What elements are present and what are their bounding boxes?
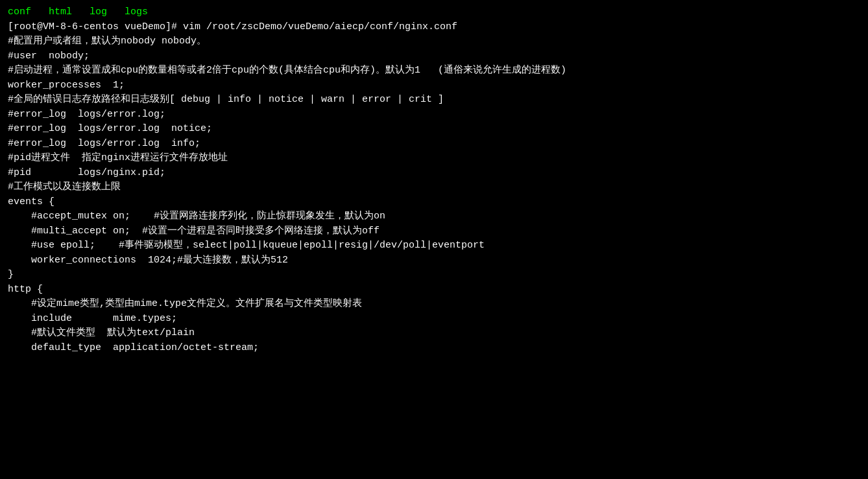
terminal-line-20: #use epoll; #事件驱动模型，select|poll|kqueue|e…	[8, 239, 860, 253]
terminal-line-25: http {	[8, 283, 860, 298]
terminal-line-27: include mime.types;	[8, 312, 860, 327]
terminal-line-5: #启动进程，通常设置成和cpu的数量相等或者2倍于cpu的个数(具体结合cpu和…	[8, 64, 860, 78]
terminal-line-2: #配置用户或者组，默认为nobody nobody。	[8, 34, 860, 49]
terminal-line-11: #error_log logs/error.log info;	[8, 137, 860, 152]
terminal-line-6: worker_processes 1;	[8, 78, 860, 93]
terminal-line-18: #accept_mutex on; #设置网路连接序列化，防止惊群现象发生，默认…	[8, 209, 860, 224]
terminal-line-10: #error_log logs/error.log notice;	[8, 122, 860, 137]
terminal-content: conf html log logs[root@VM-8-6-centos vu…	[8, 5, 860, 355]
terminal-line-28: #默认文件类型 默认为text/plain	[8, 326, 860, 341]
terminal-line-1: [root@VM-8-6-centos vueDemo]# vim /root/…	[8, 20, 860, 35]
terminal-line-17: events {	[8, 195, 860, 210]
terminal-line-19: #multi_accept on; #设置一个进程是否同时接受多个网络连接，默认…	[8, 224, 860, 239]
terminal-line-16: #工作模式以及连接数上限	[8, 180, 860, 195]
terminal-line-13: #pid进程文件 指定nginx进程运行文件存放地址	[8, 151, 860, 166]
terminal-line-29: default_type application/octet-stream;	[8, 341, 860, 356]
terminal-line-14: #pid logs/nginx.pid;	[8, 166, 860, 181]
terminal-window: conf html log logs[root@VM-8-6-centos vu…	[0, 0, 868, 479]
terminal-line-0: conf html log logs	[8, 5, 860, 20]
terminal-line-21: worker_connections 1024;#最大连接数，默认为512	[8, 253, 860, 268]
terminal-line-8: #全局的错误日志存放路径和日志级别[ debug | info | notice…	[8, 93, 860, 108]
terminal-line-26: #设定mime类型,类型由mime.type文件定义。文件扩展名与文件类型映射表	[8, 297, 860, 312]
terminal-line-3: #user nobody;	[8, 49, 860, 64]
terminal-line-9: #error_log logs/error.log;	[8, 108, 860, 123]
terminal-line-22: }	[8, 268, 860, 283]
